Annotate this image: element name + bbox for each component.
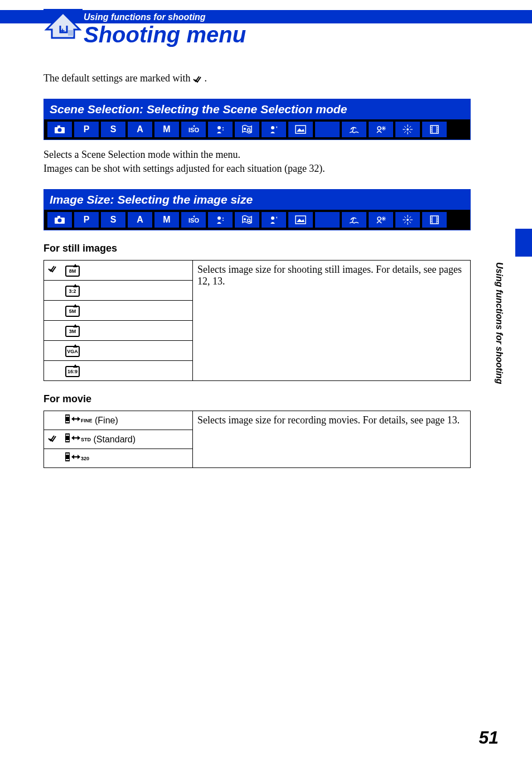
- page-content: The default settings are marked with . S…: [43, 73, 471, 468]
- mode-P-icon: P: [74, 212, 99, 228]
- svg-line-27: [409, 131, 411, 133]
- mode-magnify-icon: [235, 212, 259, 228]
- svg-line-69: [404, 221, 406, 223]
- movie-table-description: Selects image size for recording movies.…: [193, 411, 471, 468]
- image-size-title: Image Size: Selecting the image size: [44, 190, 470, 210]
- svg-rect-44: [57, 216, 60, 218]
- image-size-option: 16:9: [61, 361, 193, 381]
- svg-point-21: [407, 128, 409, 131]
- mode-M-icon: M: [154, 122, 179, 137]
- page-number: 51: [478, 727, 499, 748]
- mode-iso-icon: ISO: [181, 212, 206, 228]
- table-row: 8MSelects image size for shooting still …: [44, 261, 471, 281]
- mode-film-icon: [422, 212, 447, 228]
- mode-fireworks-icon: [395, 212, 420, 228]
- svg-rect-2: [68, 30, 74, 36]
- svg-point-31: [407, 133, 408, 134]
- side-tab-marker: [515, 229, 532, 257]
- mode-S-icon: S: [101, 122, 125, 137]
- svg-point-30: [407, 124, 408, 126]
- image-size-option: 3M: [61, 321, 193, 341]
- mode-hi-sens-icon: [208, 122, 233, 137]
- side-section-label: Using functions for shooting: [494, 262, 504, 384]
- mode-A-icon: A: [128, 212, 152, 228]
- svg-line-68: [409, 216, 411, 218]
- svg-point-10: [244, 128, 246, 130]
- intro-text: The default settings are marked with: [43, 73, 193, 84]
- default-marker: [44, 301, 61, 321]
- mode-moon-icon: [315, 212, 340, 228]
- svg-point-53: [271, 216, 274, 220]
- image-size-option: 3:2: [61, 281, 193, 301]
- still-images-heading: For still images: [43, 243, 471, 254]
- svg-text:ISO: ISO: [188, 217, 199, 224]
- svg-text:ISO: ISO: [188, 127, 199, 133]
- movie-size-option: FINE (Fine): [61, 411, 193, 430]
- default-marker: [44, 449, 61, 468]
- svg-line-67: [409, 221, 411, 223]
- intro-suffix: .: [204, 73, 207, 84]
- svg-point-9: [223, 129, 224, 131]
- mode-magnify-icon: [235, 122, 259, 137]
- mode-moon-icon: [315, 122, 340, 137]
- mode-M-icon: M: [154, 212, 179, 228]
- mode-landscape-icon: [288, 212, 313, 228]
- svg-point-72: [403, 219, 404, 220]
- default-marker: [44, 281, 61, 301]
- intro-paragraph: The default settings are marked with .: [43, 73, 471, 84]
- svg-line-15: [352, 128, 354, 132]
- mode-portrait-icon: [262, 122, 286, 137]
- svg-point-71: [407, 224, 408, 225]
- image-size-banner: Image Size: Selecting the image size PSA…: [43, 189, 471, 230]
- default-marker: [44, 361, 61, 381]
- default-marker: [44, 261, 61, 281]
- scene-desc-2: Images can be shot with settings adjuste…: [43, 163, 471, 175]
- still-images-table: 8MSelects image size for shooting still …: [43, 260, 471, 381]
- image-size-option: VGA: [61, 341, 193, 361]
- mode-beach-icon: [342, 122, 366, 137]
- svg-point-70: [407, 215, 408, 216]
- default-marker: [44, 411, 61, 430]
- svg-point-13: [271, 126, 274, 129]
- movie-size-option: STD (Standard): [61, 430, 193, 449]
- section-logo-icon: +: [43, 4, 83, 44]
- svg-point-8: [223, 127, 224, 128]
- mode-icon-row: PSAMISO: [44, 119, 470, 139]
- svg-point-49: [223, 220, 224, 221]
- still-table-description: Selects image size for shooting still im…: [193, 261, 471, 381]
- mode-snow-icon: [369, 122, 393, 137]
- svg-line-28: [409, 126, 411, 128]
- svg-point-32: [403, 129, 404, 130]
- svg-point-45: [58, 219, 62, 223]
- mode-hi-sens-icon: [208, 212, 233, 228]
- svg-point-7: [217, 126, 221, 129]
- svg-point-51: [248, 219, 250, 222]
- svg-point-50: [244, 218, 246, 220]
- mode-snow-icon: [369, 212, 393, 228]
- svg-line-55: [352, 218, 354, 222]
- mode-P-icon: P: [74, 122, 99, 137]
- svg-point-56: [378, 217, 381, 220]
- svg-text:+: +: [60, 26, 65, 35]
- mode-camera-icon: [47, 122, 72, 137]
- svg-point-11: [248, 129, 250, 132]
- check-icon: [193, 73, 205, 84]
- svg-line-29: [404, 131, 406, 133]
- mode-iso-icon: ISO: [181, 122, 206, 137]
- movie-size-option: 320: [61, 449, 193, 468]
- svg-point-5: [58, 128, 62, 132]
- mode-camera-icon: [47, 212, 72, 228]
- image-size-option: 8M: [61, 261, 193, 281]
- scene-selection-banner: Scene Selection: Selecting the Scene Sel…: [43, 99, 471, 140]
- mode-A-icon: A: [128, 122, 152, 137]
- default-marker: [44, 341, 61, 361]
- default-marker: [44, 430, 61, 449]
- scene-selection-title: Scene Selection: Selecting the Scene Sel…: [44, 99, 470, 119]
- page-title: Shooting menu: [84, 23, 246, 46]
- mode-S-icon: S: [101, 212, 125, 228]
- svg-line-26: [404, 126, 406, 128]
- mode-icon-row-2: PSAMISO: [44, 210, 470, 230]
- mode-portrait-icon: [262, 212, 286, 228]
- svg-point-73: [412, 219, 413, 220]
- scene-desc-1: Selects a Scene Selection mode within th…: [43, 149, 471, 161]
